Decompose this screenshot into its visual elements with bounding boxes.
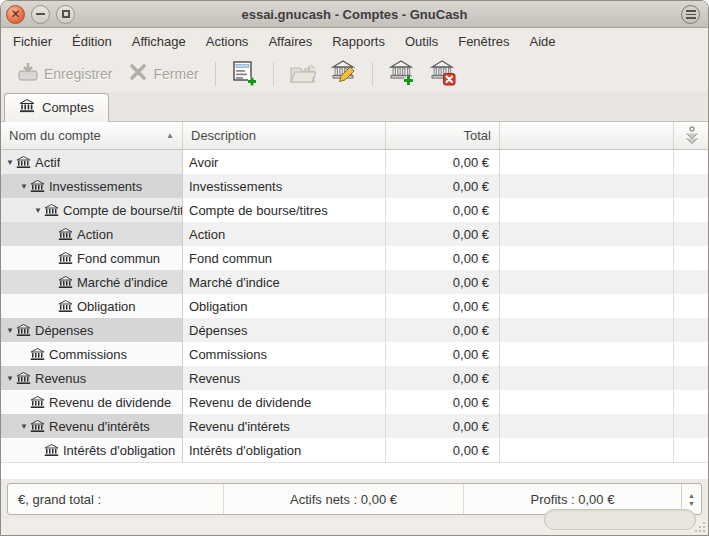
expander-icon[interactable]: ▼	[4, 374, 16, 383]
menu-item-affaires[interactable]: Affaires	[258, 30, 322, 53]
menu-item-edition[interactable]: Édition	[62, 30, 122, 53]
table-row[interactable]: ObligationObligation0,00 €	[1, 294, 708, 318]
account-total: 0,00 €	[386, 414, 500, 438]
sort-asc-icon: ▲	[166, 131, 174, 140]
header-total[interactable]: Total	[386, 122, 500, 149]
bank-icon	[58, 276, 73, 289]
new-document-button[interactable]	[224, 57, 265, 91]
table-row[interactable]: Revenu de dividendeRevenu de dividende0,…	[1, 390, 708, 414]
account-name-cell: ▼Revenu d'intérêts	[1, 414, 183, 438]
table-row[interactable]: ▼InvestissementsInvestissements0,00 €	[1, 174, 708, 198]
expander-icon[interactable]: ▼	[18, 182, 30, 191]
account-description: Compte de bourse/titres	[183, 198, 386, 222]
table-row[interactable]: ▼Compte de bourse/titresCompte de bourse…	[1, 198, 708, 222]
table-row[interactable]: Fond communFond commun0,00 €	[1, 246, 708, 270]
tab-strip: Comptes	[1, 92, 708, 122]
bank-icon	[16, 324, 31, 337]
account-description: Commissions	[183, 342, 386, 366]
resize-grip-icon[interactable]	[694, 521, 706, 533]
row-filler-cell	[500, 150, 674, 174]
header-description[interactable]: Description	[183, 122, 386, 149]
account-total: 0,00 €	[386, 270, 500, 294]
account-name-cell: ▼Investissements	[1, 174, 183, 198]
menu-item-outils[interactable]: Outils	[395, 30, 448, 53]
row-picker-cell	[674, 390, 708, 414]
account-name-cell: Marché d'indice	[1, 270, 183, 294]
account-description: Revenu d'intérets	[183, 414, 386, 438]
edit-account-icon	[330, 59, 357, 89]
expander-icon[interactable]: ▼	[4, 158, 16, 167]
menu-item-actions[interactable]: Actions	[196, 30, 259, 53]
save-button[interactable]: Enregistrer	[9, 57, 120, 90]
account-description: Dépenses	[183, 318, 386, 342]
menu-item-affichage[interactable]: Affichage	[122, 30, 196, 53]
hamburger-icon[interactable]	[681, 5, 700, 24]
bank-icon	[58, 252, 73, 265]
row-picker-cell	[674, 150, 708, 174]
table-row[interactable]: ▼DépensesDépenses0,00 €	[1, 318, 708, 342]
account-total: 0,00 €	[386, 438, 500, 462]
menu-item-rapports[interactable]: Rapports	[322, 30, 395, 53]
table-row[interactable]: ▼ActifAvoir0,00 €	[1, 150, 708, 174]
delete-account-button[interactable]	[422, 57, 463, 91]
table-row[interactable]: ▼RevenusRevenus0,00 €	[1, 366, 708, 390]
expander-icon[interactable]: ▼	[18, 422, 30, 431]
bank-icon	[30, 348, 45, 361]
tab-comptes[interactable]: Comptes	[4, 93, 109, 122]
expander-icon[interactable]: ▼	[32, 206, 44, 215]
window-title: essai.gnucash - Comptes - GnuCash	[1, 7, 708, 22]
table-row[interactable]: ActionAction0,00 €	[1, 222, 708, 246]
account-description: Marché d'indice	[183, 270, 386, 294]
row-filler-cell	[500, 390, 674, 414]
table-row[interactable]: ▼Revenu d'intérêtsRevenu d'intérets0,00 …	[1, 414, 708, 438]
column-chooser-icon[interactable]	[674, 122, 708, 149]
table-row[interactable]: CommissionsCommissions0,00 €	[1, 342, 708, 366]
row-picker-cell	[674, 294, 708, 318]
close-tab-button[interactable]: Fermer	[120, 58, 206, 89]
row-filler-cell	[500, 198, 674, 222]
open-account-button[interactable]	[282, 58, 323, 90]
account-name-cell: Action	[1, 222, 183, 246]
menu-item-aide[interactable]: Aide	[520, 30, 566, 53]
row-picker-cell	[674, 414, 708, 438]
header-account-name[interactable]: Nom du compte ▲	[1, 122, 183, 149]
table-row[interactable]: Marché d'indiceMarché d'indice0,00 €	[1, 270, 708, 294]
row-picker-cell	[674, 198, 708, 222]
row-picker-cell	[674, 246, 708, 270]
account-name: Intérêts d'obligation	[63, 443, 175, 458]
account-name: Marché d'indice	[77, 275, 168, 290]
progress-bar	[544, 509, 696, 530]
bank-icon	[16, 156, 31, 169]
account-name: Revenus	[35, 371, 86, 386]
account-description: Intérêts d'obligation	[183, 438, 386, 462]
table-row[interactable]: Intérêts d'obligationIntérêts d'obligati…	[1, 438, 708, 462]
table-empty-area	[1, 462, 708, 479]
account-name: Investissements	[49, 179, 142, 194]
account-name-cell: ▼Revenus	[1, 366, 183, 390]
new-account-button[interactable]	[381, 57, 422, 91]
account-name-cell: Commissions	[1, 342, 183, 366]
row-picker-cell	[674, 222, 708, 246]
edit-account-button[interactable]	[323, 57, 364, 91]
row-filler-cell	[500, 294, 674, 318]
menu-item-fenetres[interactable]: Fenêtres	[448, 30, 519, 53]
menu-item-fichier[interactable]: Fichier	[3, 30, 62, 53]
account-name-cell: ▼Compte de bourse/titres	[1, 198, 183, 222]
row-filler-cell	[500, 174, 674, 198]
bank-icon	[44, 444, 59, 457]
titlebar[interactable]: essai.gnucash - Comptes - GnuCash ✕	[1, 1, 708, 28]
account-total: 0,00 €	[386, 198, 500, 222]
gnucash-window: essai.gnucash - Comptes - GnuCash ✕ Fich…	[0, 0, 709, 536]
row-picker-cell	[674, 174, 708, 198]
accounts-table: Nom du compte ▲ Description Total ▼Actif…	[1, 122, 708, 479]
expander-icon[interactable]: ▼	[4, 326, 16, 335]
bank-icon	[30, 180, 45, 193]
bank-icon	[58, 300, 73, 313]
account-total: 0,00 €	[386, 390, 500, 414]
header-filler	[500, 122, 674, 149]
account-total: 0,00 €	[386, 174, 500, 198]
account-name-cell: Revenu de dividende	[1, 390, 183, 414]
account-name: Commissions	[49, 347, 127, 362]
toolbar-icon-buttons	[224, 57, 463, 91]
tab-label: Comptes	[42, 100, 94, 115]
